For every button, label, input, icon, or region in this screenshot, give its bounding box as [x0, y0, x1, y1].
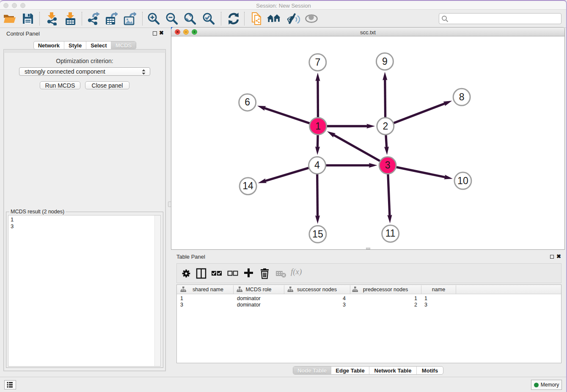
- svg-text:9: 9: [382, 56, 388, 67]
- svg-text:2: 2: [383, 121, 388, 132]
- svg-text:4: 4: [314, 160, 320, 171]
- svg-text:15: 15: [312, 229, 323, 240]
- svg-text:11: 11: [385, 228, 396, 239]
- svg-text:6: 6: [245, 97, 250, 108]
- svg-text:1: 1: [315, 121, 321, 132]
- svg-text:10: 10: [457, 175, 468, 186]
- svg-text:8: 8: [459, 91, 465, 102]
- svg-text:7: 7: [315, 57, 320, 68]
- svg-text:3: 3: [385, 160, 391, 171]
- svg-text:14: 14: [242, 180, 253, 191]
